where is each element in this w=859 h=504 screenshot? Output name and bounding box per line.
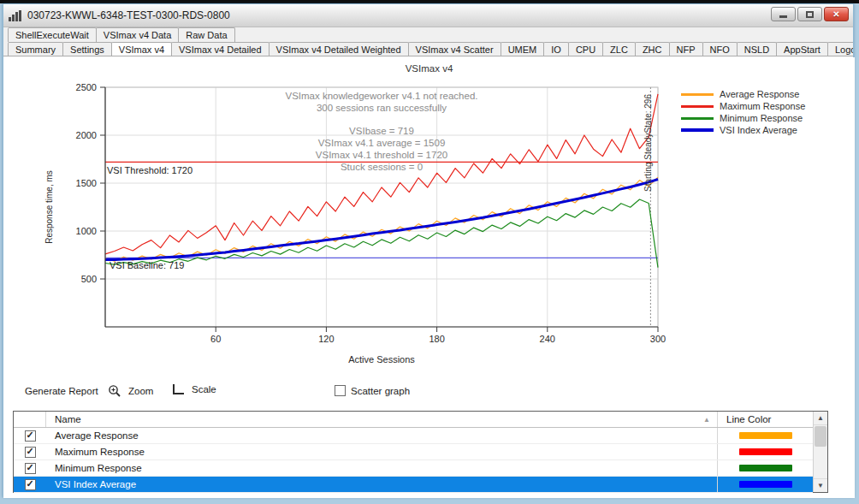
table-scrollbar[interactable]: ▲ ▼ — [813, 412, 827, 492]
legend-label: Minimum Response — [720, 113, 803, 123]
zoom-button[interactable]: Zoom — [108, 384, 153, 398]
y-axis-label: Response time, ms — [44, 170, 54, 244]
app-icon — [9, 10, 22, 21]
annotation-line1: VSImax knowledgeworker v4.1 not reached. — [159, 90, 604, 102]
legend-item-minimum-response: Minimum Response — [681, 112, 805, 124]
tab-io[interactable]: IO — [543, 42, 569, 56]
tab-vsimax-v4-detailed[interactable]: VSImax v4 Detailed — [171, 42, 270, 56]
table-header: Name ▲ Line Color — [14, 412, 813, 428]
chart-annotation: VSImax knowledgeworker v4.1 not reached.… — [159, 90, 604, 173]
close-icon: ✕ — [832, 9, 839, 19]
annotation-stat-threshold: VSImax v4.1 threshold = 1720 — [159, 149, 604, 161]
x-tick-label: 300 — [650, 334, 666, 344]
tab-zlc[interactable]: ZLC — [602, 42, 636, 56]
scatter-checkbox-box[interactable] — [335, 385, 346, 396]
generate-report-button[interactable]: Generate Report — [25, 386, 98, 396]
row-checkbox[interactable] — [25, 463, 36, 474]
legend-item-average-response: Average Response — [681, 88, 805, 100]
legend-swatch-vsi-index-average — [681, 128, 714, 132]
legend-item-vsi-index-average: VSI Index Average — [681, 124, 805, 136]
tab-vsimax-v4[interactable]: VSImax v4 — [111, 42, 172, 56]
tab-vsimax-v4-scatter[interactable]: VSImax v4 Scatter — [408, 42, 501, 56]
table-header-name[interactable]: Name — [55, 414, 81, 424]
scale-icon — [173, 384, 184, 394]
scroll-up-icon[interactable]: ▲ — [814, 412, 827, 425]
scale-button[interactable]: Scale — [173, 384, 216, 394]
chart-controls: Generate Report Zoom Scale Scatter graph — [3, 383, 855, 402]
row-name: Minimum Response — [46, 460, 717, 476]
threshold-label: VSI Threshold: 1720 — [107, 165, 193, 175]
y-tick-label: 2500 — [76, 82, 97, 92]
scatter-graph-label: Scatter graph — [351, 386, 410, 396]
minimize-icon — [779, 15, 787, 18]
tab-nfp[interactable]: NFP — [669, 42, 703, 56]
steady-state-label: Starting SteadyState: 296 — [643, 62, 654, 224]
table-header-checkbox-column — [14, 412, 46, 427]
table-row-minimum-response[interactable]: Minimum Response — [14, 460, 813, 477]
legend-label: VSI Index Average — [720, 125, 797, 135]
legend: Average ResponseMaximum ResponseMinimum … — [681, 88, 805, 136]
minimize-button[interactable] — [771, 7, 796, 21]
row-checkbox[interactable] — [25, 430, 36, 442]
zoom-label: Zoom — [128, 386, 153, 396]
window-title: 030723-KWWL-6348-TEST-0300-RDS-0800 — [27, 9, 230, 21]
series-vsi-index-average — [105, 180, 658, 260]
annotation-stat-average: VSImax v4.1 average = 1509 — [159, 137, 604, 149]
table-row-vsi-index-average[interactable]: VSI Index Average — [14, 477, 813, 493]
tab-raw-data[interactable]: Raw Data — [178, 27, 234, 42]
sort-ascending-icon[interactable]: ▲ — [703, 416, 710, 424]
annotation-stat-stuck: Stuck sessions = 0 — [159, 161, 604, 173]
series-average-response — [105, 177, 658, 261]
table-header-line-color[interactable]: Line Color — [717, 412, 813, 427]
app-window: 030723-KWWL-6348-TEST-0300-RDS-0800 ✕ Sh… — [3, 3, 854, 497]
scatter-graph-checkbox[interactable]: Scatter graph — [335, 385, 410, 396]
legend-label: Average Response — [720, 89, 799, 99]
row-checkbox[interactable] — [25, 447, 36, 458]
tab-row-primary: SummarySettingsVSImax v4VSImax v4 Detail… — [3, 42, 853, 56]
row-line-color-swatch — [739, 481, 792, 488]
y-tick-label: 500 — [81, 274, 97, 284]
legend-swatch-average-response — [681, 93, 714, 96]
legend-label: Maximum Response — [720, 101, 805, 111]
annotation-stat-vsibase: VSIbase = 719 — [159, 125, 604, 137]
tab-row-secondary: ShellExecuteWaitVSImax v4 DataRaw Data — [3, 27, 853, 42]
tab-nfo[interactable]: NFO — [702, 42, 738, 56]
row-name: VSI Index Average — [46, 477, 717, 492]
maximize-icon — [806, 11, 814, 18]
tab-shellexecutewait[interactable]: ShellExecuteWait — [8, 27, 97, 42]
close-button[interactable]: ✕ — [824, 7, 849, 21]
table-row-average-response[interactable]: Average Response — [14, 428, 813, 444]
row-line-color-swatch — [739, 432, 792, 439]
row-name: Maximum Response — [46, 444, 717, 460]
row-line-color-swatch — [739, 465, 792, 471]
tab-vsimax-v4-detailed-weighted[interactable]: VSImax v4 Detailed Weighted — [269, 42, 409, 56]
table-row-maximum-response[interactable]: Maximum Response — [14, 444, 813, 460]
titlebar: 030723-KWWL-6348-TEST-0300-RDS-0800 ✕ — [3, 4, 853, 27]
x-tick-label: 60 — [210, 334, 221, 344]
x-tick-label: 180 — [429, 334, 444, 344]
tab-summary[interactable]: Summary — [8, 42, 63, 56]
row-name: Average Response — [46, 428, 717, 443]
tab-appstart[interactable]: AppStart — [776, 42, 828, 56]
x-tick-label: 120 — [318, 334, 334, 344]
tab-nsld[interactable]: NSLD — [737, 42, 777, 56]
tab-cpu[interactable]: CPU — [568, 42, 603, 56]
scrollbar-thumb[interactable] — [815, 426, 826, 447]
baseline-label: VSI Baseline: 719 — [110, 260, 184, 270]
legend-swatch-minimum-response — [681, 117, 714, 120]
tab-logontimer[interactable]: LogonTimer — [827, 42, 853, 56]
annotation-line2: 300 sessions ran successfully — [159, 102, 604, 114]
window-buttons: ✕ — [771, 7, 849, 21]
tab-settings[interactable]: Settings — [62, 42, 112, 56]
y-tick-label: 1000 — [76, 226, 97, 236]
tab-umem[interactable]: UMEM — [501, 42, 545, 56]
row-checkbox[interactable] — [25, 479, 36, 490]
tab-vsimax-v4-data[interactable]: VSImax v4 Data — [96, 27, 179, 42]
maximize-button[interactable] — [797, 7, 822, 21]
scroll-down-icon[interactable]: ▼ — [814, 478, 827, 492]
y-tick-label: 2000 — [76, 130, 97, 140]
chart-panel: VSImax v4 500100015002000250060120180240… — [3, 57, 855, 498]
legend-item-maximum-response: Maximum Response — [681, 100, 805, 112]
tab-zhc[interactable]: ZHC — [635, 42, 670, 56]
magnifier-icon — [108, 384, 121, 398]
